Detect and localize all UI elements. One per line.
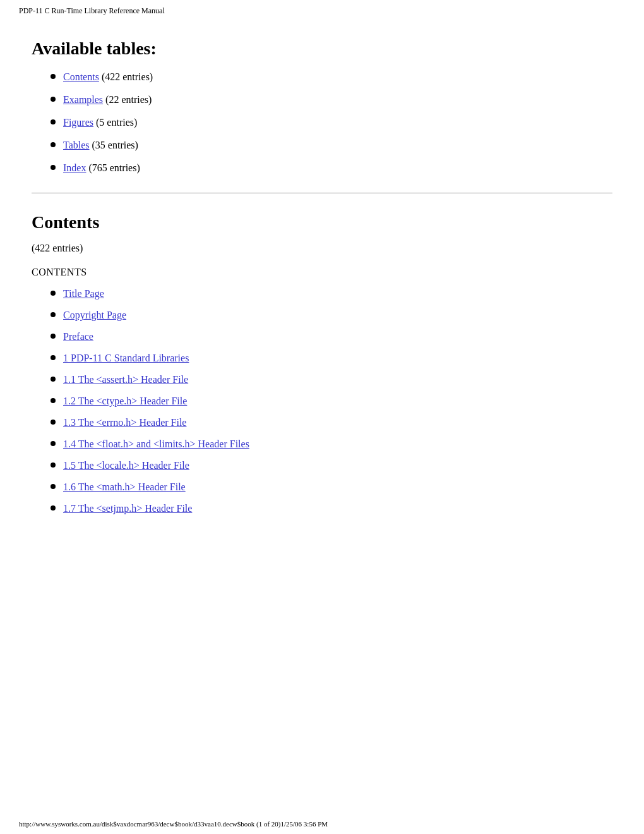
- contents-list: Title Page Copyright Page Preface 1 PDP-…: [51, 288, 612, 514]
- examples-link[interactable]: Examples: [63, 94, 103, 105]
- title-page-link[interactable]: Title Page: [63, 288, 104, 299]
- list-item: Figures (5 entries): [51, 117, 612, 128]
- list-item-text: Examples (22 entries): [63, 94, 152, 106]
- bullet-icon: [51, 165, 56, 170]
- footer-text: http://www.sysworks.com.au/disk$vaxdocma…: [19, 820, 328, 828]
- tables-link[interactable]: Tables: [63, 140, 90, 150]
- math-header-link[interactable]: 1.6 The <math.h> Header File: [63, 481, 186, 493]
- bullet-icon: [51, 74, 56, 79]
- bullet-icon: [51, 462, 56, 468]
- copyright-page-link[interactable]: Copyright Page: [63, 310, 126, 321]
- available-tables-list: Contents (422 entries) Examples (22 entr…: [51, 71, 612, 174]
- index-count: (765 entries): [88, 162, 140, 173]
- figures-count: (5 entries): [96, 117, 137, 128]
- list-item: Index (765 entries): [51, 162, 612, 174]
- pdp11-standard-libraries-link[interactable]: 1 PDP-11 C Standard Libraries: [63, 353, 189, 364]
- preface-link[interactable]: Preface: [63, 331, 93, 342]
- tables-count: (35 entries): [92, 140, 138, 150]
- bullet-icon: [51, 97, 56, 102]
- list-item-text: Figures (5 entries): [63, 117, 137, 128]
- list-item: 1.5 The <locale.h> Header File: [51, 460, 612, 471]
- errno-header-link[interactable]: 1.3 The <errno.h> Header File: [63, 417, 186, 428]
- list-item: 1 PDP-11 C Standard Libraries: [51, 353, 612, 364]
- list-item: Preface: [51, 331, 612, 342]
- list-item: 1.7 The <setjmp.h> Header File: [51, 503, 612, 514]
- list-item-text: Tables (35 entries): [63, 140, 138, 151]
- contents-heading: Contents: [32, 212, 612, 233]
- entries-note: (422 entries): [32, 243, 612, 254]
- contents-label: CONTENTS: [32, 267, 612, 278]
- list-item: 1.3 The <errno.h> Header File: [51, 417, 612, 428]
- list-item: 1.2 The <ctype.h> Header File: [51, 396, 612, 407]
- bullet-icon: [51, 398, 56, 403]
- list-item-text: Index (765 entries): [63, 162, 140, 174]
- available-tables-heading: Available tables:: [32, 39, 612, 59]
- list-item: 1.6 The <math.h> Header File: [51, 481, 612, 493]
- footer: http://www.sysworks.com.au/disk$vaxdocma…: [19, 820, 328, 828]
- assert-header-link[interactable]: 1.1 The <assert.h> Header File: [63, 374, 188, 385]
- float-limits-header-link[interactable]: 1.4 The <float.h> and <limits.h> Header …: [63, 438, 249, 450]
- contents-section: Contents (422 entries) CONTENTS Title Pa…: [32, 212, 612, 514]
- list-item: 1.1 The <assert.h> Header File: [51, 374, 612, 385]
- document-title: PDP-11 C Run-Time Library Reference Manu…: [19, 6, 165, 15]
- bullet-icon: [51, 119, 56, 124]
- ctype-header-link[interactable]: 1.2 The <ctype.h> Header File: [63, 396, 187, 407]
- bullet-icon: [51, 441, 56, 446]
- contents-count: (422 entries): [102, 71, 153, 82]
- list-item-text: Contents (422 entries): [63, 71, 153, 83]
- bullet-icon: [51, 377, 56, 382]
- examples-count: (22 entries): [105, 94, 152, 105]
- list-item: Copyright Page: [51, 310, 612, 321]
- bullet-icon: [51, 355, 56, 360]
- main-content: Available tables: Contents (422 entries)…: [0, 20, 644, 562]
- top-bar: PDP-11 C Run-Time Library Reference Manu…: [0, 0, 644, 20]
- list-item: 1.4 The <float.h> and <limits.h> Header …: [51, 438, 612, 450]
- list-item: Title Page: [51, 288, 612, 299]
- index-link[interactable]: Index: [63, 162, 86, 173]
- bullet-icon: [51, 420, 56, 425]
- available-tables-section: Available tables: Contents (422 entries)…: [32, 39, 612, 174]
- list-item: Tables (35 entries): [51, 140, 612, 151]
- bullet-icon: [51, 484, 56, 489]
- bullet-icon: [51, 142, 56, 147]
- bullet-icon: [51, 334, 56, 339]
- setjmp-header-link[interactable]: 1.7 The <setjmp.h> Header File: [63, 503, 192, 514]
- bullet-icon: [51, 312, 56, 317]
- figures-link[interactable]: Figures: [63, 117, 93, 128]
- contents-link[interactable]: Contents: [63, 71, 99, 82]
- list-item: Examples (22 entries): [51, 94, 612, 106]
- bullet-icon: [51, 291, 56, 296]
- bullet-icon: [51, 505, 56, 511]
- locale-header-link[interactable]: 1.5 The <locale.h> Header File: [63, 460, 189, 471]
- list-item: Contents (422 entries): [51, 71, 612, 83]
- divider: [32, 193, 612, 193]
